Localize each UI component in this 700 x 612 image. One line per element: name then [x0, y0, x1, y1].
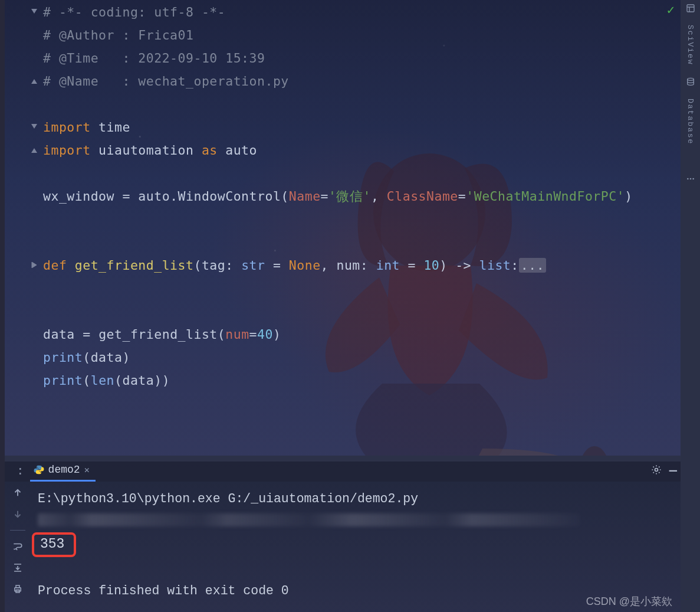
python-icon: [34, 464, 44, 475]
left-edge: [0, 0, 5, 612]
sciview-icon[interactable]: [685, 2, 696, 14]
fold-handle[interactable]: [27, 117, 41, 140]
gear-icon[interactable]: [650, 464, 662, 479]
panel-separator[interactable]: [5, 456, 681, 462]
fold-handle[interactable]: [27, 2, 41, 25]
fold-collapsed[interactable]: [27, 255, 41, 278]
svg-rect-7: [687, 5, 694, 12]
sidebar-label-database[interactable]: Database: [686, 99, 695, 145]
console-tab-demo2[interactable]: demo2 ✕: [30, 461, 96, 482]
database-icon[interactable]: [685, 76, 696, 88]
folded-code[interactable]: ...: [519, 258, 546, 273]
tab-label: demo2: [48, 464, 80, 476]
console-blurred-output: [38, 510, 673, 532]
console-toolbar: [5, 482, 31, 612]
comment: # @Author : Frica01: [43, 28, 193, 42]
console-result-highlight: 353: [38, 532, 673, 557]
svg-point-9: [687, 178, 689, 180]
close-icon[interactable]: ✕: [84, 464, 90, 476]
console-command: E:\python3.10\python.exe G:/_uiautomatio…: [38, 487, 673, 510]
keyword: import: [43, 143, 91, 158]
comment: # -*- coding: utf-8 -*-: [43, 5, 225, 19]
run-label-colon: :: [17, 464, 27, 482]
svg-point-11: [692, 178, 694, 180]
svg-point-8: [687, 78, 694, 80]
run-console: : demo2 ✕ —: [5, 462, 681, 612]
console-body: E:\python3.10\python.exe G:/_uiautomatio…: [5, 482, 681, 612]
console-exit-line: Process finished with exit code 0: [38, 580, 673, 602]
console-tab-bar: : demo2 ✕ —: [5, 462, 681, 482]
source-code[interactable]: # -*- coding: utf-8 -*- # @Author : Fric…: [43, 1, 633, 392]
console-output[interactable]: E:\python3.10\python.exe G:/_uiautomatio…: [31, 482, 681, 612]
keyword: import: [43, 120, 91, 135]
arrow-down-icon[interactable]: [11, 508, 24, 521]
fold-end[interactable]: [27, 71, 41, 94]
code-editor[interactable]: ✓ # -*- coding: utf-8 -*- # @Author : Fr…: [5, 0, 681, 456]
soft-wrap-icon[interactable]: [11, 540, 24, 553]
fold-end[interactable]: [27, 140, 41, 163]
divider: [10, 530, 25, 531]
inspection-check-icon[interactable]: ✓: [667, 2, 675, 18]
main-column: ✓ # -*- coding: utf-8 -*- # @Author : Fr…: [5, 0, 681, 612]
comment: # @Name : wechat_operation.py: [43, 74, 289, 89]
sidebar-label-sciview[interactable]: SciView: [686, 25, 695, 66]
print-icon[interactable]: [11, 582, 24, 595]
result-number: 353: [32, 532, 76, 557]
arrow-up-icon[interactable]: [11, 486, 24, 499]
more-icon[interactable]: [685, 173, 696, 185]
svg-rect-5: [16, 585, 19, 588]
right-sidebar[interactable]: SciView Database: [681, 0, 700, 612]
watermark: CSDN @是小菜欸: [586, 594, 672, 608]
svg-point-3: [655, 469, 658, 472]
comment: # @Time : 2022-09-10 15:39: [43, 51, 265, 66]
fold-gutter[interactable]: [27, 0, 41, 278]
svg-point-10: [689, 178, 691, 180]
ide-root: ✓ # -*- coding: utf-8 -*- # @Author : Fr…: [0, 0, 700, 612]
scroll-to-end-icon[interactable]: [11, 561, 24, 574]
minimize-icon[interactable]: —: [669, 464, 677, 479]
